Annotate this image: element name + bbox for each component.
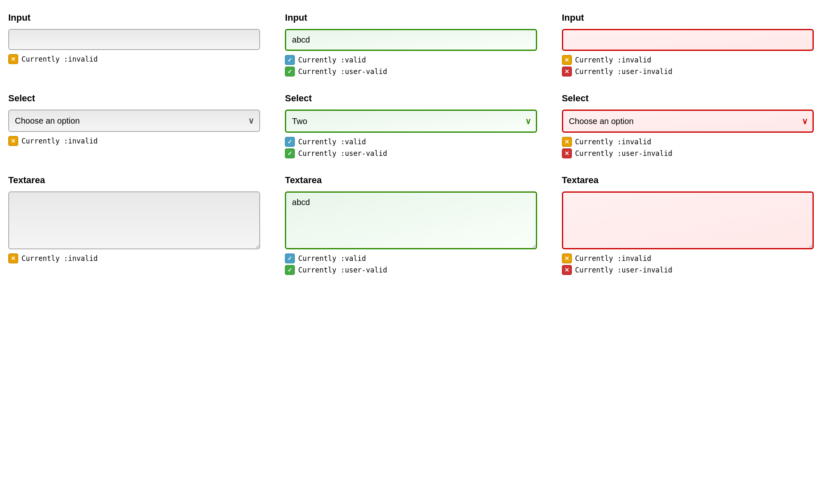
select-wrapper-default: Choose an optionOneTwoThree∨ [8, 110, 260, 132]
status-badge-orange-icon: ✕ [8, 136, 18, 146]
cell-default-select: SelectChoose an optionOneTwoThree∨✕Curre… [8, 93, 260, 158]
section-label-invalid-select: Select [562, 93, 814, 104]
status-badge-blue-icon: ✓ [285, 55, 295, 65]
status-text-valid-textarea-0: Currently :valid [298, 254, 366, 263]
status-badge-green-icon: ✓ [285, 148, 295, 158]
cell-valid-input: Input✓Currently :valid✓Currently :user-v… [285, 12, 537, 76]
status-text-valid-select-1: Currently :user-valid [298, 149, 387, 158]
status-item-invalid-textarea-0: ✕Currently :invalid [562, 253, 814, 263]
status-text-default-select-0: Currently :invalid [22, 137, 98, 145]
status-text-default-textarea-0: Currently :invalid [22, 254, 98, 263]
cell-valid-select: SelectChoose an optionOneTwoThree∨✓Curre… [285, 93, 537, 158]
status-badge-green-icon: ✓ [285, 265, 295, 275]
status-list-invalid-input: ✕Currently :invalid✕Currently :user-inva… [562, 55, 814, 76]
status-item-valid-input-0: ✓Currently :valid [285, 55, 537, 65]
section-label-invalid-textarea: Textarea [562, 175, 814, 186]
main-grid: Input✕Currently :invalidSelectChoose an … [8, 12, 814, 275]
status-item-valid-textarea-0: ✓Currently :valid [285, 253, 537, 263]
status-list-valid-select: ✓Currently :valid✓Currently :user-valid [285, 137, 537, 158]
status-item-valid-select-0: ✓Currently :valid [285, 137, 537, 147]
select-field-invalid[interactable]: Choose an optionOneTwoThree [562, 110, 814, 133]
status-list-default-textarea: ✕Currently :invalid [8, 253, 260, 263]
select-field-default[interactable]: Choose an optionOneTwoThree [8, 110, 260, 132]
select-wrapper-invalid: Choose an optionOneTwoThree∨ [562, 110, 814, 133]
status-text-invalid-select-1: Currently :user-invalid [575, 149, 672, 158]
status-list-invalid-textarea: ✕Currently :invalid✕Currently :user-inva… [562, 253, 814, 275]
cell-default-input: Input✕Currently :invalid [8, 12, 260, 76]
cell-invalid-input: Input✕Currently :invalid✕Currently :user… [562, 12, 814, 76]
cell-invalid-select: SelectChoose an optionOneTwoThree∨✕Curre… [562, 93, 814, 158]
status-badge-orange-icon: ✕ [8, 253, 18, 263]
status-list-default-input: ✕Currently :invalid [8, 54, 260, 64]
status-text-valid-select-0: Currently :valid [298, 138, 366, 146]
status-text-invalid-input-1: Currently :user-invalid [575, 67, 672, 76]
textarea-field-valid[interactable] [285, 191, 537, 249]
status-item-valid-textarea-1: ✓Currently :user-valid [285, 265, 537, 275]
cell-invalid-textarea: Textarea✕Currently :invalid✕Currently :u… [562, 175, 814, 275]
textarea-field-default[interactable] [8, 191, 260, 249]
status-badge-orange-icon: ✕ [562, 253, 572, 263]
status-badge-blue-icon: ✓ [285, 137, 295, 147]
section-label-valid-input: Input [285, 12, 537, 23]
status-text-valid-input-0: Currently :valid [298, 56, 366, 64]
status-badge-green-icon: ✓ [285, 67, 295, 76]
status-item-invalid-select-0: ✕Currently :invalid [562, 137, 814, 147]
status-badge-orange-icon: ✕ [8, 54, 18, 64]
status-item-default-textarea-0: ✕Currently :invalid [8, 253, 260, 263]
cell-default-textarea: Textarea✕Currently :invalid [8, 175, 260, 275]
status-item-valid-input-1: ✓Currently :user-valid [285, 67, 537, 76]
textarea-field-invalid[interactable] [562, 191, 814, 249]
status-badge-orange-icon: ✕ [562, 137, 572, 147]
status-item-default-select-0: ✕Currently :invalid [8, 136, 260, 146]
status-list-default-select: ✕Currently :invalid [8, 136, 260, 146]
status-text-valid-input-1: Currently :user-valid [298, 67, 387, 76]
input-field-default[interactable] [8, 29, 260, 50]
section-label-valid-textarea: Textarea [285, 175, 537, 186]
status-list-invalid-select: ✕Currently :invalid✕Currently :user-inva… [562, 137, 814, 158]
status-list-valid-textarea: ✓Currently :valid✓Currently :user-valid [285, 253, 537, 275]
status-badge-orange-icon: ✕ [562, 55, 572, 65]
status-badge-red-icon: ✕ [562, 265, 572, 275]
status-item-invalid-input-1: ✕Currently :user-invalid [562, 67, 814, 76]
status-list-valid-input: ✓Currently :valid✓Currently :user-valid [285, 55, 537, 76]
status-badge-red-icon: ✕ [562, 67, 572, 76]
status-item-default-input-0: ✕Currently :invalid [8, 54, 260, 64]
status-text-default-input-0: Currently :invalid [22, 55, 98, 63]
status-item-valid-select-1: ✓Currently :user-valid [285, 148, 537, 158]
select-wrapper-valid: Choose an optionOneTwoThree∨ [285, 110, 537, 133]
status-text-invalid-textarea-1: Currently :user-invalid [575, 266, 672, 274]
status-text-invalid-select-0: Currently :invalid [575, 138, 651, 146]
cell-valid-textarea: Textarea✓Currently :valid✓Currently :use… [285, 175, 537, 275]
status-text-valid-textarea-1: Currently :user-valid [298, 266, 387, 274]
status-item-invalid-select-1: ✕Currently :user-invalid [562, 148, 814, 158]
status-item-invalid-textarea-1: ✕Currently :user-invalid [562, 265, 814, 275]
status-badge-red-icon: ✕ [562, 148, 572, 158]
section-label-invalid-input: Input [562, 12, 814, 23]
status-item-invalid-input-0: ✕Currently :invalid [562, 55, 814, 65]
section-label-default-select: Select [8, 93, 260, 104]
section-label-default-textarea: Textarea [8, 175, 260, 186]
input-field-valid[interactable] [285, 29, 537, 51]
input-field-invalid[interactable] [562, 29, 814, 51]
section-label-valid-select: Select [285, 93, 537, 104]
section-label-default-input: Input [8, 12, 260, 23]
status-badge-blue-icon: ✓ [285, 253, 295, 263]
select-field-valid[interactable]: Choose an optionOneTwoThree [285, 110, 537, 133]
status-text-invalid-input-0: Currently :invalid [575, 56, 651, 64]
status-text-invalid-textarea-0: Currently :invalid [575, 254, 651, 263]
